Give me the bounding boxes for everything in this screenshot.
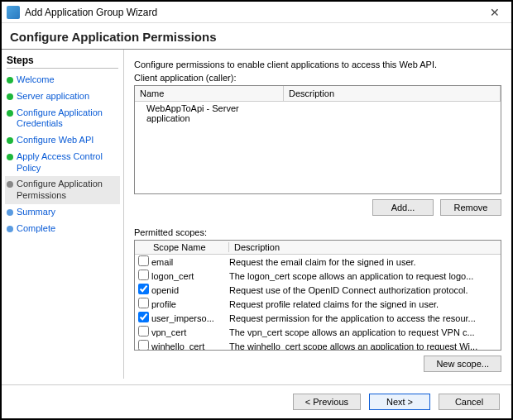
step-link[interactable]: Configure Application Credentials: [17, 107, 103, 129]
step-label: Welcome: [17, 74, 55, 86]
close-icon[interactable]: ✕: [483, 6, 506, 19]
client-row[interactable]: WebAppToApi - Server application: [135, 102, 501, 125]
title-bar: Add Application Group Wizard ✕: [2, 2, 511, 23]
steps-sidebar: Steps WelcomeServer applicationConfigure…: [2, 50, 124, 379]
step-label: Summary: [17, 207, 55, 218]
step-welcome[interactable]: Welcome: [5, 72, 120, 88]
add-button[interactable]: Add...: [372, 199, 434, 216]
main-panel: Configure permissions to enable client a…: [124, 50, 511, 379]
step-apply-access-control-policy[interactable]: Apply Access Control Policy: [5, 149, 120, 177]
scope-checkbox[interactable]: [138, 298, 149, 308]
client-buttons: Add... Remove: [134, 194, 501, 224]
step-configure-application-credentials[interactable]: Configure Application Credentials: [5, 105, 120, 133]
step-bullet-icon: [7, 209, 13, 216]
scope-checkbox[interactable]: [138, 270, 149, 280]
step-server-application[interactable]: Server application: [5, 88, 120, 105]
scope-checkbox[interactable]: [138, 340, 149, 351]
next-button[interactable]: Next >: [369, 394, 430, 410]
step-bullet-icon: [7, 110, 13, 117]
step-label: Configure Application Credentials: [17, 107, 118, 131]
scope-row[interactable]: logon_certThe logon_cert scope allows an…: [135, 269, 501, 283]
step-bullet-icon: [7, 154, 13, 160]
scope-description: Request profile related claims for the s…: [229, 299, 501, 309]
scope-checkbox[interactable]: [138, 284, 149, 294]
scope-description: Request the email claim for the signed i…: [229, 257, 501, 267]
step-bullet-icon: [7, 137, 13, 144]
client-grid-header: Name Description: [135, 86, 501, 102]
cancel-button[interactable]: Cancel: [439, 394, 500, 410]
scope-row[interactable]: profileRequest profile related claims fo…: [135, 297, 501, 311]
permitted-scopes-grid[interactable]: Scope Name Description emailRequest the …: [134, 240, 501, 351]
step-label: Configure Application Permissions: [17, 179, 118, 202]
client-row-desc: [284, 103, 501, 123]
step-label: Complete: [17, 223, 55, 235]
step-label: Configure Web API: [17, 135, 93, 146]
scope-description: The vpn_cert scope allows an application…: [229, 327, 501, 337]
scope-grid-header: Scope Name Description: [135, 241, 501, 255]
scope-checkbox[interactable]: [138, 255, 149, 266]
scope-row[interactable]: emailRequest the email claim for the sig…: [135, 255, 501, 269]
step-bullet-icon: [7, 93, 13, 100]
scope-name: vpn_cert: [151, 327, 229, 337]
scopes-label: Permitted scopes:: [134, 227, 501, 237]
col-scope-name[interactable]: Scope Name: [151, 242, 229, 252]
window-title: Add Application Group Wizard: [25, 7, 483, 18]
step-summary[interactable]: Summary: [5, 204, 120, 221]
content-area: Steps WelcomeServer applicationConfigure…: [2, 50, 511, 379]
scope-buttons: New scope...: [134, 351, 501, 372]
scope-row[interactable]: openidRequest use of the OpenID Connect …: [135, 283, 501, 297]
scope-row[interactable]: user_imperso...Request permission for th…: [135, 311, 501, 325]
step-bullet-icon: [7, 226, 13, 232]
step-configure-web-api[interactable]: Configure Web API: [5, 132, 120, 149]
scope-name: profile: [151, 299, 229, 309]
client-row-name: WebAppToApi - Server application: [135, 103, 284, 123]
intro-text: Configure permissions to enable client a…: [134, 60, 501, 69]
wizard-footer: < Previous Next > Cancel: [2, 384, 511, 418]
scope-name: user_imperso...: [151, 313, 229, 323]
scope-description: Request permission for the application t…: [229, 313, 501, 323]
scope-name: logon_cert: [151, 271, 229, 281]
step-label: Server application: [17, 91, 89, 103]
scope-name: email: [151, 257, 229, 267]
previous-button[interactable]: < Previous: [293, 394, 361, 410]
col-description[interactable]: Description: [284, 86, 501, 101]
client-application-grid[interactable]: Name Description WebAppToApi - Server ap…: [134, 85, 501, 194]
step-label: Apply Access Control Policy: [17, 151, 118, 174]
step-link[interactable]: Configure Web API: [17, 135, 93, 145]
scope-checkbox[interactable]: [138, 312, 149, 322]
step-bullet-icon: [7, 181, 13, 188]
scope-description: The winhello_cert scope allows an applic…: [229, 341, 501, 351]
step-configure-application-permissions: Configure Application Permissions: [5, 176, 120, 204]
app-icon: [7, 6, 20, 19]
scope-row[interactable]: vpn_certThe vpn_cert scope allows an app…: [135, 325, 501, 339]
col-name[interactable]: Name: [135, 86, 284, 101]
new-scope-button[interactable]: New scope...: [424, 356, 501, 372]
scope-checkbox[interactable]: [138, 326, 149, 336]
client-label: Client application (caller):: [134, 73, 501, 83]
step-link[interactable]: Server application: [17, 91, 89, 101]
scope-description: Request use of the OpenID Connect author…: [229, 285, 501, 295]
scope-name: openid: [151, 285, 229, 295]
page-title: Configure Application Permissions: [2, 23, 511, 50]
step-link[interactable]: Welcome: [17, 74, 55, 84]
step-complete[interactable]: Complete: [5, 221, 120, 237]
remove-button[interactable]: Remove: [440, 199, 501, 216]
scope-row[interactable]: winhello_certThe winhello_cert scope all…: [135, 339, 501, 351]
col-scope-description[interactable]: Description: [229, 242, 501, 252]
scope-name: winhello_cert: [151, 341, 229, 351]
step-bullet-icon: [7, 77, 13, 84]
step-link[interactable]: Apply Access Control Policy: [17, 151, 103, 173]
sidebar-title: Steps: [7, 55, 118, 69]
scope-description: The logon_cert scope allows an applicati…: [229, 271, 501, 281]
